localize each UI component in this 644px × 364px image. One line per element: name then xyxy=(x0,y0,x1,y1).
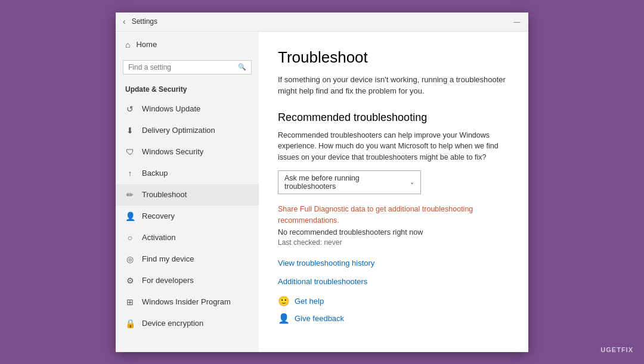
windows-update-icon: ↺ xyxy=(125,104,135,114)
find-my-device-icon: ◎ xyxy=(125,254,135,264)
sidebar-item-label: Device encryption xyxy=(142,319,203,328)
activation-icon: ○ xyxy=(125,233,135,242)
home-icon: ⌂ xyxy=(125,40,130,49)
sidebar-item-label: Delivery Optimization xyxy=(142,126,215,135)
additional-troubleshooters-link[interactable]: Additional troubleshooters xyxy=(278,277,509,286)
for-developers-icon: ⚙ xyxy=(125,276,135,285)
sidebar-item-label: Backup xyxy=(142,169,168,178)
windows-insider-icon: ⊞ xyxy=(125,297,135,307)
window-title: Settings xyxy=(132,17,157,26)
watermark: UGETFIX xyxy=(600,346,633,353)
give-feedback-label: Give feedback xyxy=(295,314,344,323)
main-panel: Troubleshoot If something on your device… xyxy=(259,32,528,352)
sidebar-item-recovery[interactable]: 👤 Recovery xyxy=(116,206,259,227)
search-icon: 🔍 xyxy=(238,63,246,71)
give-feedback-link[interactable]: 👤 Give feedback xyxy=(278,313,509,324)
troubleshoot-icon: ✏ xyxy=(125,190,135,200)
sidebar-item-find-my-device[interactable]: ◎ Find my device xyxy=(116,248,259,270)
chevron-down-icon: ⌄ xyxy=(410,179,414,185)
sidebar-item-label: For developers xyxy=(142,276,194,285)
back-button[interactable]: ‹ xyxy=(123,17,126,26)
sidebar-item-label: Troubleshoot xyxy=(142,190,187,199)
get-help-icon: 🙂 xyxy=(278,295,290,307)
sidebar-item-backup[interactable]: ↑ Backup xyxy=(116,163,259,184)
home-label: Home xyxy=(136,40,157,49)
sidebar: ⌂ Home 🔍 Update & Security ↺ Windows Upd… xyxy=(116,32,259,352)
sidebar-item-windows-security[interactable]: 🛡 Windows Security xyxy=(116,141,259,163)
dropdown-value: Ask me before running troubleshooters xyxy=(284,174,410,191)
get-help-link[interactable]: 🙂 Get help xyxy=(278,295,509,307)
sidebar-item-windows-insider[interactable]: ⊞ Windows Insider Program xyxy=(116,291,259,313)
sidebar-item-device-encryption[interactable]: 🔒 Device encryption xyxy=(116,313,259,334)
device-encryption-icon: 🔒 xyxy=(125,319,135,328)
sidebar-item-windows-update[interactable]: ↺ Windows Update xyxy=(116,98,259,120)
delivery-optimization-icon: ⬇ xyxy=(125,126,135,135)
sidebar-item-label: Windows Update xyxy=(142,104,200,113)
sidebar-item-home[interactable]: ⌂ Home xyxy=(116,32,259,58)
page-description: If something on your device isn't workin… xyxy=(278,74,509,97)
sidebar-item-label: Windows Security xyxy=(142,147,203,156)
sidebar-section-label: Update & Security xyxy=(116,82,259,98)
sidebar-item-label: Recovery xyxy=(142,211,175,220)
sidebar-item-for-developers[interactable]: ⚙ For developers xyxy=(116,270,259,291)
troubleshooter-dropdown[interactable]: Ask me before running troubleshooters ⌄ xyxy=(278,170,421,194)
sidebar-item-label: Windows Insider Program xyxy=(142,297,231,306)
no-troubleshooters-text: No recommended troubleshooters right now xyxy=(278,228,509,237)
sidebar-item-activation[interactable]: ○ Activation xyxy=(116,227,259,248)
last-checked-text: Last checked: never xyxy=(278,238,509,247)
window-controls: — xyxy=(513,17,521,26)
recommended-section-title: Recommended troubleshooting xyxy=(278,111,509,124)
search-input[interactable] xyxy=(128,63,234,71)
give-feedback-icon: 👤 xyxy=(278,313,290,324)
sidebar-item-label: Activation xyxy=(142,233,175,242)
titlebar: ‹ Settings — xyxy=(116,13,528,32)
windows-security-icon: 🛡 xyxy=(125,147,135,157)
backup-icon: ↑ xyxy=(125,169,135,178)
recovery-icon: 👤 xyxy=(125,211,135,221)
sidebar-item-delivery-optimization[interactable]: ⬇ Delivery Optimization xyxy=(116,120,259,141)
page-title: Troubleshoot xyxy=(278,48,509,67)
view-history-link[interactable]: View troubleshooting history xyxy=(278,259,509,267)
sidebar-item-troubleshoot[interactable]: ✏ Troubleshoot xyxy=(116,184,259,206)
sidebar-item-label: Find my device xyxy=(142,254,194,263)
share-diagnostic-link[interactable]: Share Full Diagnostic data to get additi… xyxy=(278,204,509,226)
search-box[interactable]: 🔍 xyxy=(123,60,252,74)
minimize-button[interactable]: — xyxy=(513,17,521,26)
get-help-label: Get help xyxy=(295,297,324,306)
recommended-section-desc: Recommended troubleshooters can help imp… xyxy=(278,130,509,163)
